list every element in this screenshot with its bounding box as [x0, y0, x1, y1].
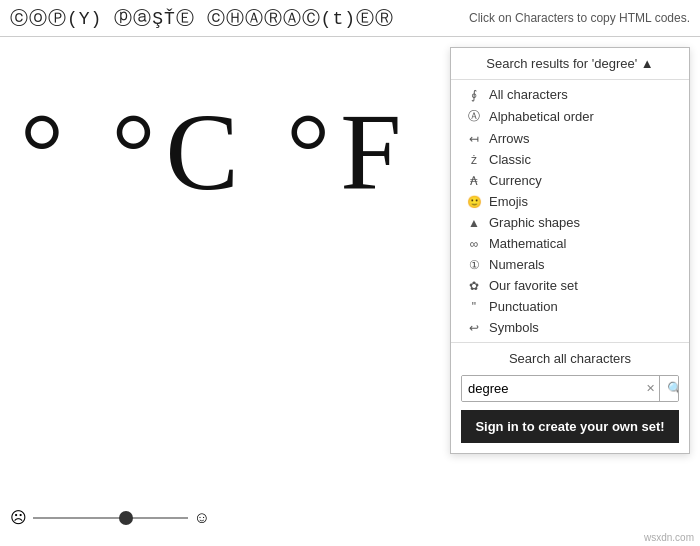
list-item[interactable]: ①Numerals [451, 254, 689, 275]
sign-in-button[interactable]: Sign in to create your own set! [461, 410, 679, 443]
list-item[interactable]: "Punctuation [451, 296, 689, 317]
search-box[interactable]: ✕ 🔍 [461, 375, 679, 402]
header-hint: Click on Characters to copy HTML codes. [469, 11, 690, 25]
list-item[interactable]: 🙂Emojis [451, 191, 689, 212]
category-icon: 🙂 [465, 195, 483, 209]
category-label: Numerals [489, 257, 545, 272]
list-item[interactable]: ∞Mathematical [451, 233, 689, 254]
search-clear-button[interactable]: ✕ [642, 382, 659, 395]
list-item[interactable]: ↤Arrows [451, 128, 689, 149]
big-chars-display: ° °C °F [20, 97, 412, 207]
category-label: Currency [489, 173, 542, 188]
category-icon: ↩ [465, 321, 483, 335]
category-list: ∮All charactersⒶAlphabetical order↤Arrow… [451, 80, 689, 342]
watermark: wsxdn.com [644, 532, 694, 543]
category-label: Classic [489, 152, 531, 167]
search-all-label: Search all characters [451, 342, 689, 371]
list-item[interactable]: ▲Graphic shapes [451, 212, 689, 233]
category-icon: ▲ [465, 216, 483, 230]
category-label: Our favorite set [489, 278, 578, 293]
category-icon: Ⓐ [465, 108, 483, 125]
main-content: ° °C °F ☹ ☺ Search results for 'degree' … [0, 37, 700, 546]
list-item[interactable]: ₳Currency [451, 170, 689, 191]
category-icon: ∮ [465, 88, 483, 102]
category-icon: ↤ [465, 132, 483, 146]
search-submit-icon[interactable]: 🔍 [659, 376, 679, 401]
category-icon: " [465, 300, 483, 314]
list-item[interactable]: ↩Symbols [451, 317, 689, 338]
slider-track[interactable] [33, 517, 188, 519]
dropdown-header[interactable]: Search results for 'degree' ▲ [451, 48, 689, 80]
header: ⓒⓞⓅ(Y) ⓟⓐŞŤⒺ ⓒⒽⒶⓇⒶⒸ(t)ⒺⓇ Click on Charac… [0, 0, 700, 37]
slider-min-icon: ☹ [10, 508, 27, 527]
category-icon: ₳ [465, 174, 483, 188]
category-label: Emojis [489, 194, 528, 209]
category-label: Mathematical [489, 236, 566, 251]
slider-max-icon: ☺ [194, 509, 210, 527]
category-icon: ✿ [465, 279, 483, 293]
category-label: Alphabetical order [489, 109, 594, 124]
category-label: Symbols [489, 320, 539, 335]
font-size-slider[interactable]: ☹ ☺ [10, 508, 210, 527]
category-label: Arrows [489, 131, 529, 146]
category-label: Punctuation [489, 299, 558, 314]
site-logo: ⓒⓞⓅ(Y) ⓟⓐŞŤⒺ ⓒⒽⒶⓇⒶⒸ(t)ⒺⓇ [10, 6, 394, 30]
search-input[interactable] [462, 376, 642, 401]
category-icon: ż [465, 153, 483, 167]
category-label: All characters [489, 87, 568, 102]
search-dropdown: Search results for 'degree' ▲ ∮All chara… [450, 47, 690, 454]
list-item[interactable]: ∮All characters [451, 84, 689, 105]
list-item[interactable]: ✿Our favorite set [451, 275, 689, 296]
list-item[interactable]: ⒶAlphabetical order [451, 105, 689, 128]
slider-thumb[interactable] [119, 511, 133, 525]
category-icon: ① [465, 258, 483, 272]
category-icon: ∞ [465, 237, 483, 251]
category-label: Graphic shapes [489, 215, 580, 230]
list-item[interactable]: żClassic [451, 149, 689, 170]
